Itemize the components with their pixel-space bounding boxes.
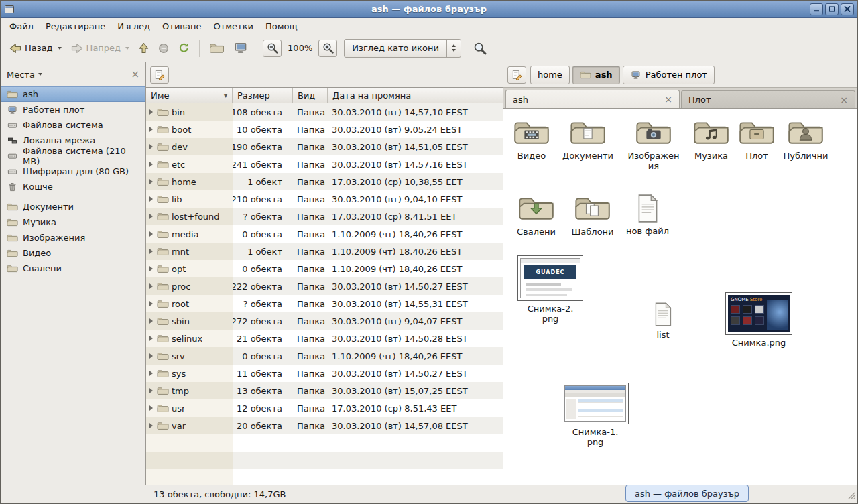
tab-Плот[interactable]: Плот× [681,90,855,108]
icon-item-Видео[interactable]: Видео [503,118,560,161]
expander-icon[interactable] [149,284,153,289]
table-row-usr[interactable]: usr12 обектаПапка17.03.2010 (ср) 8,51,43… [146,399,503,417]
back-dropdown-icon[interactable] [58,47,62,50]
sidebar-item-ash[interactable]: ash [1,86,145,102]
expander-icon[interactable] [149,179,153,184]
expander-icon[interactable] [149,423,153,428]
up-button[interactable] [135,39,153,57]
maximize-button[interactable] [825,3,839,15]
table-row-etc[interactable]: etc241 обектаПапка30.03.2010 (вт) 14,57,… [146,155,503,173]
table-row-root[interactable]: root? обектаПапка30.03.2010 (вт) 14,55,3… [146,295,503,312]
expander-icon[interactable] [149,109,153,115]
expander-icon[interactable] [149,231,153,237]
table-row-var[interactable]: var20 обектаПапка30.03.2010 (вт) 14,57,0… [146,417,503,434]
table-row-sbin[interactable]: sbin272 обектаПапка30.03.2010 (вт) 9,04,… [146,312,503,330]
expander-icon[interactable] [149,353,153,359]
view-mode-select[interactable]: Изглед като икони [344,39,461,58]
table-row-dev[interactable]: dev190 обектаПапка30.03.2010 (вт) 14,51,… [146,138,503,155]
expander-icon[interactable] [149,162,153,167]
menu-item-5[interactable]: Отметки [207,19,259,34]
combo-arrows-icon[interactable] [446,40,461,57]
sidebar-item-Кошче[interactable]: Кошче [1,179,145,194]
path-button-ash[interactable]: ash [572,66,620,84]
table-row-sys[interactable]: sys11 обектаПапка30.03.2010 (вт) 14,50,2… [146,365,503,382]
stop-button[interactable] [154,40,173,57]
table-row-srv[interactable]: srv0 обектаПапка1.10.2009 (чт) 18,40,26 … [146,347,503,365]
table-row-proc[interactable]: proc222 обектаПапка30.03.2010 (вт) 14,50… [146,277,503,295]
icon-item-Снимка.png[interactable]: GNOME StoreСнимка.png [723,292,795,348]
icon-canvas[interactable]: ВидеоДокументиИзображенияМузикаПлотПубли… [503,108,857,485]
sidebar-item-Музика[interactable]: Музика [1,214,145,230]
location-edit-button[interactable] [150,66,169,84]
expander-icon[interactable] [149,214,153,219]
path-button-Работен плот[interactable]: Работен плот [623,66,715,84]
expander-icon[interactable] [149,144,153,149]
expander-icon[interactable] [149,405,153,411]
menu-item-2[interactable]: Редактиране [40,19,111,34]
icon-item-Документи[interactable]: Документи [560,118,616,161]
icon-item-list[interactable]: list [635,302,691,340]
table-row-mnt[interactable]: mnt1 обектПапка1.10.2009 (чт) 18,40,26 E… [146,243,503,260]
close-button[interactable] [841,3,854,15]
path-button-home[interactable]: home [530,66,570,84]
sidebar-item-Изображения[interactable]: Изображения [1,230,145,245]
table-row-media[interactable]: media0 обектаПапка1.10.2009 (чт) 18,40,2… [146,225,503,243]
sidebar-item-Файлова система[interactable]: Файлова система [1,117,145,133]
sidebar-item-Файлова система (210 MB)[interactable]: Файлова система (210 MB) [1,148,145,164]
expander-icon[interactable] [149,318,153,324]
tab-ash[interactable]: ash× [505,90,680,108]
table-row-opt[interactable]: opt0 обектаПапка1.10.2009 (чт) 18,40,26 … [146,260,503,277]
tab-close-icon[interactable]: × [840,95,848,105]
zoom-out-button[interactable] [263,40,282,57]
sidebar-item-Видео[interactable]: Видео [1,245,145,261]
column-header-size[interactable]: Размер [233,88,293,103]
reload-button[interactable] [174,39,194,57]
icon-item-Свалени[interactable]: Свалени [508,194,564,237]
column-header-name[interactable]: Име▾ [146,88,233,103]
table-row-bin[interactable]: bin108 обектаПапка30.03.2010 (вт) 14,57,… [146,103,503,121]
expander-icon[interactable] [149,371,153,376]
table-row-tmp[interactable]: tmp13 обектаПапка30.03.2010 (вт) 15,07,2… [146,382,503,399]
table-row-lost+found[interactable]: lost+found? обектаПапка17.03.2010 (ср) 8… [146,208,503,225]
table-row-selinux[interactable]: selinux21 обектаПапка30.03.2010 (вт) 14,… [146,330,503,347]
expander-icon[interactable] [149,336,153,341]
icon-item-нов файл[interactable]: нов файл [619,194,676,236]
sidebar-item-Работен плот[interactable]: Работен плот [1,102,145,117]
column-header-date[interactable]: Дата на промяна [328,88,503,103]
menu-item-3[interactable]: Изглед [111,19,156,34]
home-button[interactable] [205,39,229,58]
icon-item-Плот[interactable]: Плот [729,118,785,161]
icon-item-Публични[interactable]: Публични [778,118,834,161]
resize-grip[interactable] [847,491,856,502]
computer-button[interactable] [230,39,251,57]
table-row-boot[interactable]: boot10 обектаПапка30.03.2010 (вт) 9,05,2… [146,121,503,138]
icon-item-Изображения[interactable]: Изображения [625,118,682,171]
location-edit-button[interactable] [507,66,526,84]
sidebar-item-Свалени[interactable]: Свалени [1,261,145,276]
icon-item-Шаблони[interactable]: Шаблони [564,194,621,237]
expander-icon[interactable] [149,388,153,393]
tab-close-icon[interactable]: × [664,94,672,104]
zoom-in-button[interactable] [318,40,337,57]
expander-icon[interactable] [149,301,153,306]
search-button[interactable] [471,39,489,58]
menu-item-4[interactable]: Отиване [156,19,207,34]
menu-item-1[interactable]: Файл [3,19,40,34]
icon-item-Снимка-2.png[interactable]: GUADECСнимка-2.png [515,255,586,324]
expander-icon[interactable] [149,127,153,132]
expander-icon[interactable] [149,266,153,271]
places-close-icon[interactable]: × [131,70,139,80]
places-title[interactable]: Места [7,70,35,80]
icon-item-Снимка-1.png[interactable]: Снимка-1.png [559,383,631,447]
table-row-home[interactable]: home1 обектПапка17.03.2010 (ср) 10,38,55… [146,173,503,190]
back-button[interactable]: Назад [5,40,66,57]
minimize-button[interactable] [810,3,823,15]
sidebar-item-Шифриран дял (80 GB)[interactable]: Шифриран дял (80 GB) [1,164,145,179]
table-row-lib[interactable]: lib210 обектаПапка30.03.2010 (вт) 9,04,1… [146,190,503,208]
menu-item-6[interactable]: Помощ [259,19,304,34]
sidebar-item-Документи[interactable]: Документи [1,199,145,214]
places-dropdown-icon[interactable] [38,73,42,76]
forward-button[interactable]: Напред [67,40,133,57]
expander-icon[interactable] [149,249,153,254]
expander-icon[interactable] [149,196,153,202]
